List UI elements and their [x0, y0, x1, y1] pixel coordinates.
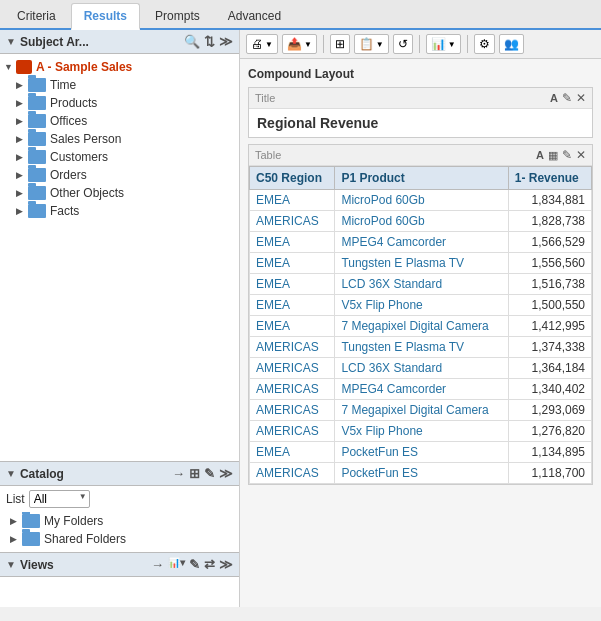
export-button[interactable]: 📤 ▼: [282, 34, 317, 54]
tab-advanced[interactable]: Advanced: [215, 3, 294, 28]
subject-area-title: Subject Ar...: [20, 35, 89, 49]
table-row: AMERICAS LCD 36X Standard 1,364,184: [250, 358, 592, 379]
table-text-icon[interactable]: A: [536, 149, 544, 161]
tree-root[interactable]: ▼ A - Sample Sales: [0, 58, 239, 76]
paste-button[interactable]: 📋 ▼: [354, 34, 389, 54]
my-folders-folder-icon: [22, 514, 40, 528]
print-button[interactable]: 🖨 ▼: [246, 34, 278, 54]
catalog-collapse-icon[interactable]: ▼: [6, 468, 16, 479]
col-header-revenue: 1- Revenue: [508, 167, 591, 190]
other-objects-folder-icon: [28, 186, 46, 200]
views-move-icon[interactable]: ⇄: [204, 557, 215, 572]
catalog-body: List All Mine Shared ▶ My Folders: [0, 486, 239, 552]
tree-item-my-folders[interactable]: ▶ My Folders: [6, 512, 233, 530]
table-close-icon[interactable]: ✕: [576, 148, 586, 162]
tree-item-orders[interactable]: ▶ Orders: [0, 166, 239, 184]
table-row: EMEA LCD 36X Standard 1,516,738: [250, 274, 592, 295]
paste-icon: 📋: [359, 37, 374, 51]
tree-item-products[interactable]: ▶ Products: [0, 94, 239, 112]
products-folder-icon: [28, 96, 46, 110]
table-row: AMERICAS PocketFun ES 1,118,700: [250, 463, 592, 484]
catalog-expand-icon[interactable]: ≫: [219, 466, 233, 481]
settings-button[interactable]: ⚙: [474, 34, 495, 54]
refresh-icon: ↺: [398, 37, 408, 51]
cell-product: MicroPod 60Gb: [335, 190, 508, 211]
tree-item-offices[interactable]: ▶ Offices: [0, 112, 239, 130]
tree-item-shared-folders[interactable]: ▶ Shared Folders: [6, 530, 233, 548]
title-edit-icon[interactable]: ✎: [562, 91, 572, 105]
root-label: A - Sample Sales: [36, 60, 132, 74]
database-icon: [16, 60, 32, 74]
table-row: AMERICAS MicroPod 60Gb 1,828,738: [250, 211, 592, 232]
time-arrow-icon: ▶: [16, 80, 28, 90]
table-edit-icon[interactable]: ✎: [562, 148, 572, 162]
title-close-icon[interactable]: ✕: [576, 91, 586, 105]
table-row: EMEA V5x Flip Phone 1,500,550: [250, 295, 592, 316]
views-chart-icon[interactable]: 📊▾: [168, 557, 185, 572]
views-section: ▼ Views → 📊▾ ✎ ⇄ ≫: [0, 552, 239, 607]
catalog-section: ▼ Catalog → ⊞ ✎ ≫ List All Mine Sha: [0, 461, 239, 552]
data-table: C50 Region P1 Product 1- Revenue EMEA Mi…: [249, 166, 592, 484]
users-button[interactable]: 👥: [499, 34, 524, 54]
catalog-nav-icon[interactable]: →: [172, 466, 185, 481]
sort-icon[interactable]: ⇅: [204, 34, 215, 49]
my-folders-arrow-icon: ▶: [10, 516, 22, 526]
my-folders-label: My Folders: [44, 514, 103, 528]
views-edit-icon[interactable]: ✎: [189, 557, 200, 572]
cell-revenue: 1,412,995: [508, 316, 591, 337]
catalog-edit-icon[interactable]: ✎: [204, 466, 215, 481]
cell-revenue: 1,516,738: [508, 274, 591, 295]
offices-arrow-icon: ▶: [16, 116, 28, 126]
catalog-copy-icon[interactable]: ⊞: [189, 466, 200, 481]
print-dropdown-icon: ▼: [265, 40, 273, 49]
search-icon[interactable]: 🔍: [184, 34, 200, 49]
cell-product: MPEG4 Camcorder: [335, 232, 508, 253]
cell-product: V5x Flip Phone: [335, 421, 508, 442]
shared-folders-label: Shared Folders: [44, 532, 126, 546]
tree-item-other-objects[interactable]: ▶ Other Objects: [0, 184, 239, 202]
shared-folders-arrow-icon: ▶: [10, 534, 22, 544]
facts-folder-icon: [28, 204, 46, 218]
cell-product: LCD 36X Standard: [335, 358, 508, 379]
tab-prompts[interactable]: Prompts: [142, 3, 213, 28]
table-row: EMEA MPEG4 Camcorder 1,566,529: [250, 232, 592, 253]
catalog-header: ▼ Catalog → ⊞ ✎ ≫: [0, 462, 239, 486]
cell-region: EMEA: [250, 316, 335, 337]
customers-arrow-icon: ▶: [16, 152, 28, 162]
main-layout: ▼ Subject Ar... 🔍 ⇅ ≫ ▼ A - Sample Sales…: [0, 30, 601, 607]
refresh-button[interactable]: ↺: [393, 34, 413, 54]
tree-item-customers[interactable]: ▶ Customers: [0, 148, 239, 166]
cell-product: Tungsten E Plasma TV: [335, 253, 508, 274]
copy-button[interactable]: ⊞: [330, 34, 350, 54]
subject-area-actions: 🔍 ⇅ ≫: [184, 34, 233, 49]
tab-criteria[interactable]: Criteria: [4, 3, 69, 28]
toolbar-sep-1: [323, 35, 324, 53]
views-collapse-icon[interactable]: ▼: [6, 559, 16, 570]
expand-icon[interactable]: ≫: [219, 34, 233, 49]
tree-item-sales-person[interactable]: ▶ Sales Person: [0, 130, 239, 148]
cell-region: EMEA: [250, 190, 335, 211]
tab-results[interactable]: Results: [71, 3, 140, 30]
title-block: Title A ✎ ✕ Regional Revenue: [248, 87, 593, 138]
cell-product: MicroPod 60Gb: [335, 211, 508, 232]
subject-area-collapse-icon[interactable]: ▼: [6, 36, 16, 47]
tree-item-facts[interactable]: ▶ Facts: [0, 202, 239, 220]
list-select[interactable]: All Mine Shared: [29, 490, 90, 508]
views-nav-icon[interactable]: →: [151, 557, 164, 572]
col-header-region: C50 Region: [250, 167, 335, 190]
cell-product: PocketFun ES: [335, 442, 508, 463]
views-expand-icon[interactable]: ≫: [219, 557, 233, 572]
cell-revenue: 1,134,895: [508, 442, 591, 463]
chart-button[interactable]: 📊 ▼: [426, 34, 461, 54]
cell-product: MPEG4 Camcorder: [335, 379, 508, 400]
tree-item-time[interactable]: ▶ Time: [0, 76, 239, 94]
cell-revenue: 1,293,069: [508, 400, 591, 421]
title-text-icon[interactable]: A: [550, 92, 558, 104]
subject-area-header: ▼ Subject Ar... 🔍 ⇅ ≫: [0, 30, 239, 54]
views-actions: → 📊▾ ✎ ⇄ ≫: [151, 557, 233, 572]
cell-revenue: 1,364,184: [508, 358, 591, 379]
views-title: Views: [20, 558, 54, 572]
table-scroll[interactable]: C50 Region P1 Product 1- Revenue EMEA Mi…: [249, 166, 592, 484]
table-format-icon[interactable]: ▦: [548, 149, 558, 162]
table-row: EMEA Tungsten E Plasma TV 1,556,560: [250, 253, 592, 274]
